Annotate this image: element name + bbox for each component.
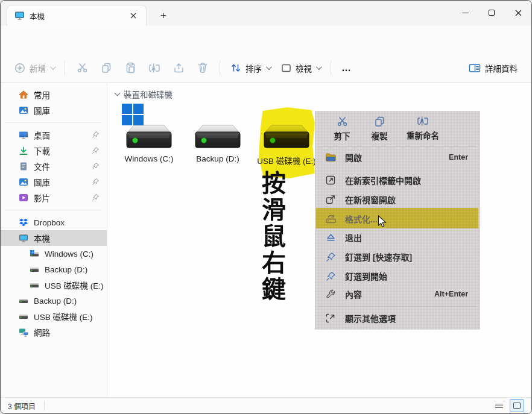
drive-icon — [30, 282, 39, 289]
minimize-icon — [462, 13, 469, 13]
sidebar-item-windows-c[interactable]: Windows (C:) — [1, 246, 107, 262]
drive-icon — [30, 266, 39, 273]
new-button[interactable]: 新增 — [9, 58, 60, 78]
sidebar-item-backup-d-2[interactable]: Backup (D:) — [1, 293, 107, 309]
navigation-pane: 常用 圖庫 桌面 下載 文件 圖庫 影片 — [1, 83, 107, 397]
icons-view-toggle[interactable] — [510, 399, 524, 412]
menu-item-properties[interactable]: 內容 Alt+Enter — [315, 285, 480, 303]
new-tab-button[interactable]: + — [156, 8, 171, 23]
drive-tile-backup-d[interactable]: Backup (D:) — [183, 104, 252, 163]
context-rename-button[interactable]: A 重新命名 — [397, 116, 449, 141]
rename-button[interactable]: A — [142, 58, 166, 78]
desktop-icon — [19, 131, 28, 139]
status-bar: 3 個項目 — [1, 397, 531, 413]
sidebar-item-usb-e[interactable]: USB 磁碟機 (E:) — [1, 277, 107, 293]
sidebar-item-gallery[interactable]: 圖庫 — [1, 102, 107, 118]
menu-item-pin-quick-access[interactable]: 釘選到 [快速存取] — [315, 248, 480, 266]
menu-item-open[interactable]: 開啟 Enter — [315, 148, 480, 166]
sidebar-item-label: 圖庫 — [34, 176, 50, 188]
documents-icon — [19, 162, 28, 171]
details-view-toggle[interactable] — [492, 399, 506, 412]
sort-icon — [230, 63, 241, 73]
minimize-button[interactable] — [452, 1, 478, 25]
drive-label: Backup (D:) — [183, 154, 252, 163]
copy-button[interactable] — [94, 58, 118, 78]
sidebar-item-this-pc[interactable]: 本機 — [1, 230, 107, 246]
close-icon — [515, 10, 522, 16]
eject-icon — [325, 231, 337, 243]
cut-icon — [77, 62, 88, 74]
drive-icon — [183, 104, 252, 152]
window-controls — [452, 1, 531, 25]
menu-item-open-new-window[interactable]: 在新視窗開啟 — [315, 190, 480, 209]
sidebar-divider — [5, 210, 102, 210]
chevron-down-icon — [115, 90, 121, 96]
menu-item-open-new-tab[interactable]: 在新索引標籤中開啟 — [315, 171, 480, 189]
menu-item-pin-to-start[interactable]: 釘選到開始 — [315, 267, 480, 285]
menu-item-show-more-options[interactable]: 顯示其他選項 — [315, 309, 480, 327]
menu-item-label: 開啟 — [345, 151, 362, 163]
paste-button[interactable] — [118, 58, 142, 78]
sort-button[interactable]: 排序 — [225, 58, 276, 78]
sidebar-item-label: USB 磁碟機 (E:) — [45, 279, 104, 291]
sidebar-item-usb-e-2[interactable]: USB 磁碟機 (E:) — [1, 309, 107, 324]
trash-icon — [197, 62, 208, 74]
properties-icon — [325, 288, 337, 300]
menu-item-eject[interactable]: 退出 — [315, 228, 480, 246]
context-copy-button[interactable]: 複製 — [358, 116, 401, 142]
sidebar-item-desktop[interactable]: 桌面 — [1, 127, 107, 143]
sidebar-item-pictures[interactable]: 圖庫 — [1, 174, 107, 190]
tab-this-pc[interactable]: 本機 — [7, 5, 147, 26]
drive-tile-windows-c[interactable]: Windows (C:) — [115, 104, 183, 163]
pin-icon — [92, 193, 100, 201]
group-header-devices-and-drives[interactable]: 裝置和磁碟機 — [115, 88, 173, 100]
sidebar-item-label: USB 磁碟機 (E:) — [34, 310, 93, 322]
cut-button[interactable] — [70, 58, 94, 78]
cut-icon — [337, 116, 348, 127]
context-copy-label: 複製 — [372, 130, 388, 142]
maximize-button[interactable] — [478, 1, 505, 25]
copy-icon — [101, 62, 112, 74]
sidebar-item-label: 圖庫 — [34, 104, 50, 116]
toolbar-divider — [220, 61, 220, 75]
tab-close-icon[interactable] — [125, 8, 141, 23]
copy-icon — [374, 116, 385, 127]
format-icon — [325, 213, 337, 225]
sidebar-item-videos[interactable]: 影片 — [1, 190, 107, 205]
toolbar-divider — [65, 61, 65, 75]
sidebar-item-label: 影片 — [34, 192, 50, 204]
details-pane-button[interactable]: 詳細資料 — [463, 58, 523, 78]
share-icon — [173, 62, 185, 74]
menu-item-format[interactable]: 格式化... — [315, 210, 480, 228]
title-bar: 本機 + — [1, 1, 531, 26]
sidebar-item-dropbox[interactable]: Dropbox — [1, 215, 107, 230]
menu-item-label: 在新索引標籤中開啟 — [345, 174, 421, 186]
menu-item-label: 在新視窗開啟 — [345, 193, 396, 205]
plus-circle-icon — [14, 63, 25, 74]
sidebar-item-network[interactable]: 網路 — [1, 324, 107, 340]
sidebar-item-label: Dropbox — [34, 218, 65, 227]
sidebar-divider — [5, 122, 102, 123]
delete-button[interactable] — [191, 58, 215, 78]
paste-icon — [125, 62, 136, 74]
menu-item-label: 釘選到開始 — [345, 270, 387, 282]
menu-item-shortcut: Enter — [449, 153, 468, 162]
context-cut-button[interactable]: 剪下 — [321, 116, 363, 142]
more-options-button[interactable]: … — [336, 59, 357, 77]
videos-icon — [19, 193, 28, 202]
show-more-icon — [325, 312, 337, 324]
sidebar-item-documents[interactable]: 文件 — [1, 158, 107, 174]
share-button[interactable] — [166, 58, 191, 78]
network-icon — [19, 328, 28, 337]
chevron-down-icon — [50, 64, 56, 70]
sidebar-item-downloads[interactable]: 下載 — [1, 143, 107, 158]
drive-icon — [19, 298, 28, 304]
sidebar-item-home[interactable]: 常用 — [1, 87, 107, 102]
close-button[interactable] — [505, 1, 531, 25]
pin-icon — [92, 146, 100, 154]
view-button[interactable]: 檢視 — [276, 58, 326, 78]
sidebar-item-label: 桌面 — [34, 129, 50, 141]
drive-icon — [19, 313, 28, 320]
sidebar-item-backup-d[interactable]: Backup (D:) — [1, 262, 107, 277]
rename-icon: A — [148, 63, 160, 74]
